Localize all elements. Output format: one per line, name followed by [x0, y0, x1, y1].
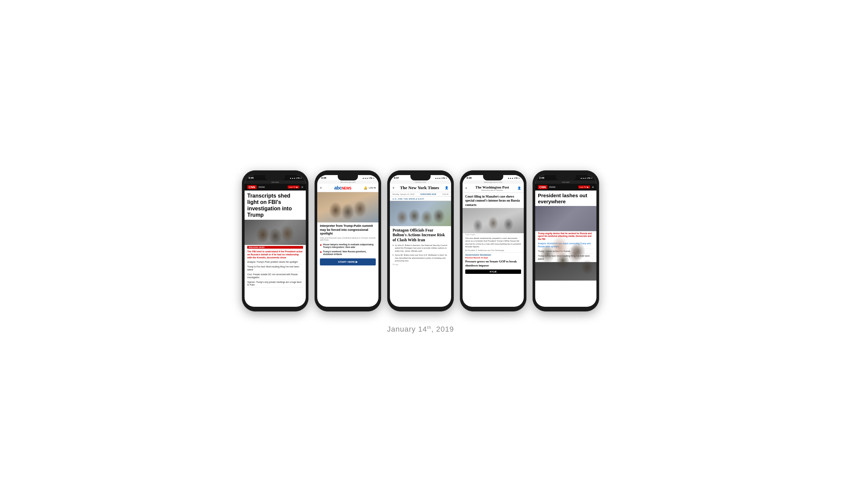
- phone-abc: 8:06 ▲▲▲ LTE ▪▪ abcnews.go.com ≡ abcNEWS…: [314, 170, 381, 311]
- nyt-bullet-2: • Since Mr. Bolton took over from H.R. M…: [390, 253, 451, 263]
- status-time-3: 8:07: [394, 176, 399, 179]
- nyt-bullet-text-2: Since Mr. Bolton took over from H.R. McM…: [395, 254, 448, 262]
- wp-section-headline: Pressure grows on Senate GOP to break sh…: [463, 259, 524, 268]
- abc-navbar: ≡ abcNEWS 🔔 LOG IN: [317, 184, 378, 192]
- phone-notch-1: [265, 175, 285, 180]
- wp-logo: The Washington Post: [468, 185, 516, 189]
- abc-url-bar[interactable]: abcnews.go.com: [317, 180, 378, 184]
- phone-wp: 8:08 ▲▲▲ LTE ▪▪ washingtonpost.com ≡ The…: [460, 170, 527, 311]
- phone-screen-5: 2:09 ▲▲▲ LTE ▪▪ cnn.com CNN Home Live TV…: [535, 175, 597, 307]
- cnn1-url-bar[interactable]: cnn.com: [244, 180, 306, 184]
- wp-tagline: Democracy Dies in Darkness: [468, 189, 516, 191]
- nyt-bullet-1: • At John R. Bolton's direction, the Nat…: [390, 243, 451, 253]
- wp-body-text: The new details inadvertently revealed i…: [463, 236, 524, 249]
- cnn1-link-3[interactable]: Cruz: People outside DC not concerned wi…: [247, 273, 303, 280]
- abc-byline: Only one American was a firsthand witnes…: [317, 237, 378, 242]
- cnn1-content: Transcripts shed light on FBI's investig…: [244, 191, 306, 307]
- abc-main-image: [317, 192, 378, 222]
- phone-notch-2: [338, 175, 358, 180]
- status-time-1: 8:05: [248, 176, 254, 179]
- date-year: , 2019: [431, 325, 454, 333]
- phone-screen-2: 8:06 ▲▲▲ LTE ▪▪ abcnews.go.com ≡ abcNEWS…: [317, 175, 378, 307]
- abc-bullet-1: ◆: [320, 244, 322, 246]
- nyt-logo: The New York Times: [396, 185, 443, 191]
- abc-list-items: ◆ House lawyers meeting to evaluate subp…: [317, 242, 378, 257]
- phone-screen-4: 8:08 ▲▲▲ LTE ▪▪ washingtonpost.com ≡ The…: [463, 175, 524, 307]
- wp-headline: Court filing in Manafort case shows spec…: [463, 193, 524, 208]
- date-text: January 14: [387, 325, 427, 333]
- cnn1-subtext: The FBI tried to understand if the Presi…: [244, 250, 306, 260]
- wp-url-bar[interactable]: washingtonpost.com: [463, 180, 524, 184]
- cnn1-breaking-badge: BREAKING NEWS: [247, 246, 303, 249]
- abc-promo: START HERE ▶: [320, 258, 376, 266]
- nyt-section-label: U.S. AND THE MIDDLE EAST: [390, 197, 451, 201]
- date-label: January 14th, 2019: [387, 325, 454, 334]
- abc-bell-icon[interactable]: 🔔: [364, 186, 367, 190]
- phone-screen-3: 8:07 ▲▲▲ LTE ▪▪ nytimes.com ≡ The New Yo…: [390, 175, 451, 307]
- wp-caption: Getty Images: [463, 233, 524, 236]
- nyt-subscribe-btn[interactable]: SUBSCRIBE NOW: [420, 193, 436, 195]
- status-icons-4: ▲▲▲ LTE ▪▪: [508, 177, 520, 179]
- wp-section-head: Government Shutdown: [463, 252, 524, 256]
- cnn-home-link[interactable]: Home: [259, 186, 286, 188]
- status-icons-2: ▲▲▲ LTE ▪▪: [362, 177, 374, 179]
- phone-cnn2: 2:09 ▲▲▲ LTE ▪▪ cnn.com CNN Home Live TV…: [533, 170, 599, 311]
- cnn-logo-1: CNN: [247, 185, 257, 189]
- abc-list-text-2: Trump's weekend: New Russia questions, s…: [323, 250, 376, 256]
- status-time-4: 8:08: [467, 176, 471, 179]
- wp-hamburger-icon[interactable]: ≡: [465, 186, 467, 190]
- abc-headline: Interpreter from Trump-Putin summit may …: [317, 222, 378, 237]
- nyt-hamburger-icon[interactable]: ≡: [393, 186, 394, 190]
- wp-byline: By Rosalind S. Helderman and Tom Hamburg…: [463, 249, 524, 252]
- nyt-bullet-text-1: At John R. Bolton's direction, the Natio…: [395, 244, 448, 252]
- phone-notch-4: [483, 175, 503, 180]
- nyt-date-bar: Monday, January 14, 2019 SUBSCRIBE NOW L…: [390, 192, 451, 197]
- nyt-timestamp: 5h ago: [390, 263, 451, 266]
- phones-container: 8:05 ▲▲▲ LTE ▪▪ cnn.com CNN Home Live TV…: [242, 170, 599, 311]
- nyt-main-image: [390, 201, 451, 226]
- phone-screen-1: 8:05 ▲▲▲ LTE ▪▪ cnn.com CNN Home Live TV…: [244, 175, 306, 307]
- phone-nyt: 8:07 ▲▲▲ LTE ▪▪ nytimes.com ≡ The New Yo…: [387, 170, 454, 311]
- cnn1-link-1[interactable]: Analysis: Trump's Putin problem seizes t…: [247, 261, 303, 265]
- abc-list-text-1: House lawyers meeting to evaluate subpoe…: [323, 243, 376, 249]
- nyt-dot-1: •: [393, 244, 394, 252]
- wp-main-image: [463, 208, 524, 233]
- wp-logo-area: The Washington Post Democracy Dies in Da…: [468, 185, 516, 191]
- status-time-2: 8:06: [321, 176, 326, 179]
- abc-content: Interpreter from Trump-Putin summit may …: [317, 192, 378, 307]
- phone-cnn1: 8:05 ▲▲▲ LTE ▪▪ cnn.com CNN Home Live TV…: [242, 170, 308, 311]
- nyt-content: U.S. AND THE MIDDLE EAST Pentagon Offici…: [390, 197, 451, 307]
- status-icons-1: ▲▲▲ LTE ▪▪: [290, 177, 302, 179]
- nyt-person-icon[interactable]: 👤: [445, 186, 448, 190]
- abc-hamburger-icon[interactable]: ≡: [320, 186, 322, 190]
- wp-ad-bar: KYLIE: [465, 269, 521, 274]
- cnn1-link-2[interactable]: Trump to Fox host: Most insulting thing …: [247, 266, 303, 272]
- cnn-livetv-btn[interactable]: Live TV ▶: [288, 185, 299, 188]
- status-icons-3: ▲▲▲ LTE ▪▪: [435, 177, 447, 179]
- cnn1-headline: Transcripts shed light on FBI's investig…: [244, 191, 306, 220]
- phone-notch-5: [556, 175, 576, 180]
- cnn2-bottom-image: [535, 262, 597, 281]
- nyt-login[interactable]: LOG IN: [442, 193, 448, 195]
- nyt-url-bar[interactable]: nytimes.com: [390, 180, 451, 184]
- cnn1-navbar: CNN Home Live TV ▶ ≡: [244, 184, 306, 191]
- wp-person-icon[interactable]: 👤: [517, 186, 521, 190]
- abc-bullet-2: ◆: [320, 251, 322, 253]
- abc-login-btn[interactable]: LOG IN: [369, 187, 376, 189]
- cnn1-main-image: [244, 220, 306, 245]
- nyt-dot-2: •: [393, 254, 394, 262]
- abc-logo: abcNEWS: [323, 185, 362, 191]
- phone-notch-3: [410, 175, 431, 180]
- cnn2-content: President lashes out everywhere Trump an…: [535, 191, 597, 307]
- cnn1-links: Analysis: Trump's Putin problem seizes t…: [244, 260, 306, 288]
- wp-content: Court filing in Manafort case shows spec…: [463, 193, 524, 307]
- nyt-navbar: ≡ The New York Times 👤: [390, 184, 451, 192]
- cnn-menu-icon-1[interactable]: ≡: [302, 185, 303, 189]
- wp-ad-text: KYLIE: [490, 270, 497, 273]
- wp-section-label: Previous Record: 21 Days: [463, 256, 524, 259]
- abc-list-item-1[interactable]: ◆ House lawyers meeting to evaluate subp…: [320, 243, 376, 249]
- cnn1-link-4[interactable]: Opinion: Trump's very private meetings a…: [247, 281, 303, 288]
- nyt-date: Monday, January 14, 2019: [393, 193, 414, 195]
- nyt-big-headline: Pentagon Officials Fear Bolton's Actions…: [390, 226, 451, 243]
- abc-list-item-2[interactable]: ◆ Trump's weekend: New Russia questions,…: [320, 250, 376, 256]
